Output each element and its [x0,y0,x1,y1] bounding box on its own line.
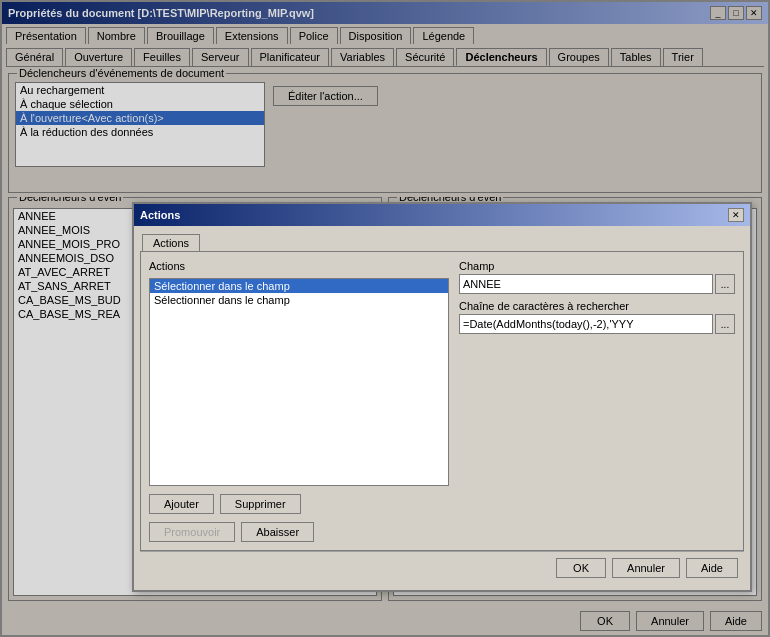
ajouter-button[interactable]: Ajouter [149,494,214,514]
modal-cancel-button[interactable]: Annuler [612,558,680,578]
champ-field-label: Champ [459,260,735,272]
modal-body-inner: Actions Sélectionner dans le champ Sélec… [149,260,735,542]
modal-move-buttons: Promouvoir Abaisser [149,518,449,542]
modal-tab-actions[interactable]: Actions [142,234,200,251]
modal-close-button[interactable]: ✕ [728,208,744,222]
modal-action-buttons: Ajouter Supprimer [149,490,449,514]
chaine-browse-button[interactable]: ... [715,314,735,334]
modal-content: Actions Actions Sélectionner dans le cha… [134,226,750,590]
chaine-field-input: ... [459,314,735,334]
modal-body: Actions Sélectionner dans le champ Sélec… [140,252,744,551]
supprimer-button[interactable]: Supprimer [220,494,301,514]
modal-actions-window: Actions ✕ Actions Actions [132,202,752,592]
chaine-field-label: Chaîne de caractères à rechercher [459,300,735,312]
modal-ok-button[interactable]: OK [556,558,606,578]
champ-browse-button[interactable]: ... [715,274,735,294]
actions-left-panel: Actions Sélectionner dans le champ Sélec… [149,260,449,542]
main-window: Propriétés du document [D:\TEST\MIP\Repo… [0,0,770,637]
modal-tab-row: Actions [140,232,744,251]
modal-action-item-1[interactable]: Sélectionner dans le champ [150,293,448,307]
modal-footer: OK Annuler Aide [140,551,744,584]
modal-title: Actions [140,209,180,221]
modal-help-button[interactable]: Aide [686,558,738,578]
modal-overlay: Actions ✕ Actions Actions [2,2,768,635]
modal-actions-list[interactable]: Sélectionner dans le champ Sélectionner … [149,278,449,486]
promouvoir-button[interactable]: Promouvoir [149,522,235,542]
abaisser-button[interactable]: Abaisser [241,522,314,542]
actions-right-panel: Champ ... Chaîne de caractères à recherc… [459,260,735,542]
modal-action-item-0[interactable]: Sélectionner dans le champ [150,279,448,293]
modal-title-bar: Actions ✕ [134,204,750,226]
actions-col-header: Actions [149,260,449,272]
chaine-section: Chaîne de caractères à rechercher ... [459,300,735,334]
champ-input[interactable] [459,274,713,294]
champ-section: Champ ... [459,260,735,294]
champ-field-input: ... [459,274,735,294]
chaine-input[interactable] [459,314,713,334]
